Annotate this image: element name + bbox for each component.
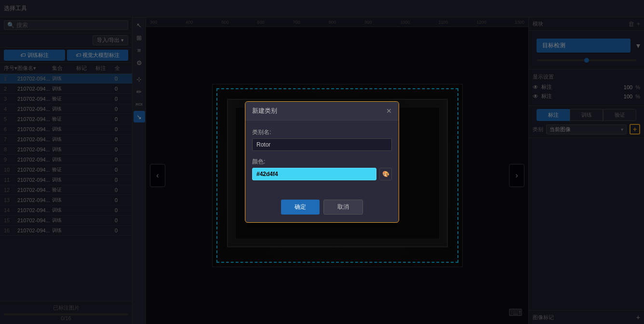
modal-color-input[interactable] <box>252 168 376 180</box>
modal-header: 新建类别 ✕ <box>245 102 399 121</box>
modal-name-field: 类别名: <box>252 128 392 151</box>
modal-close-btn[interactable]: ✕ <box>386 107 392 115</box>
modal-body: 类别名: 颜色: 🎨 <box>245 121 399 195</box>
modal-footer: 确定 取消 <box>245 195 399 222</box>
color-picker-btn[interactable]: 🎨 <box>379 168 392 180</box>
color-input-row: 🎨 <box>252 168 392 180</box>
new-class-modal: 新建类别 ✕ 类别名: 颜色: 🎨 确定 取消 <box>245 101 399 223</box>
modal-overlay: 新建类别 ✕ 类别名: 颜色: 🎨 确定 取消 <box>0 0 644 324</box>
modal-name-label: 类别名: <box>252 128 392 136</box>
modal-confirm-btn[interactable]: 确定 <box>281 200 320 215</box>
color-wheel-icon: 🎨 <box>382 171 389 177</box>
modal-color-field: 颜色: 🎨 <box>252 158 392 180</box>
modal-title: 新建类别 <box>252 107 277 115</box>
modal-cancel-btn[interactable]: 取消 <box>323 200 363 215</box>
modal-name-input[interactable] <box>252 138 392 151</box>
modal-color-label: 颜色: <box>252 158 392 166</box>
